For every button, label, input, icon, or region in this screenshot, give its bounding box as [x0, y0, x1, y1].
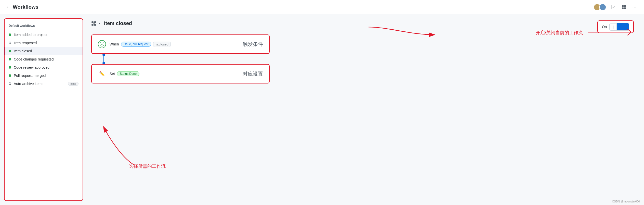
top-header: ← Workflows ⋯ — [0, 0, 644, 14]
sidebar-item-auto-archive[interactable]: Auto-archive items Beta — [5, 80, 83, 88]
svg-rect-3 — [624, 7, 626, 9]
back-button[interactable]: ← — [6, 4, 11, 10]
svg-rect-0 — [622, 5, 624, 7]
sidebar-item-label: Auto-archive items — [14, 82, 65, 86]
arrow-to-toggle — [588, 27, 639, 37]
avatar-group — [594, 4, 606, 11]
when-tag: issue, pull request — [121, 42, 151, 47]
content-area: Item closed When issue, pull request is:… — [83, 14, 644, 205]
sidebar-item-item-added[interactable]: Item added to project — [5, 31, 83, 39]
beta-badge: Beta — [68, 82, 78, 86]
set-label: Set — [110, 72, 115, 76]
when-annotation: 触发条件 — [243, 41, 263, 48]
sidebar-item-item-reopened[interactable]: Item reopened — [5, 39, 83, 47]
status-dot-green — [9, 50, 11, 52]
connector-line — [103, 54, 104, 64]
workflow-header-icon — [91, 21, 101, 26]
status-dot-green — [9, 74, 11, 77]
svg-rect-1 — [624, 5, 626, 7]
more-options-button[interactable]: ⋯ — [631, 4, 638, 10]
chart-icon-button[interactable] — [609, 4, 617, 10]
sidebar: Default workflows Item added to project … — [4, 18, 83, 201]
sidebar-item-label: Code changes requested — [14, 57, 78, 61]
page-title: Workflows — [13, 4, 38, 10]
chart-icon — [611, 5, 615, 9]
set-card-icon: ✏️ — [98, 70, 106, 78]
annotation-open-close: 开启/关闭当前的工作流 — [536, 30, 583, 36]
sidebar-item-pull-request[interactable]: Pull request merged — [5, 71, 83, 80]
set-card: ✏️ Set Status:Done 对应设置 — [91, 64, 270, 83]
layout-icon — [622, 5, 626, 9]
workflow-header: Item closed — [91, 20, 636, 26]
when-card-icon — [98, 40, 106, 48]
header-left: ← Workflows — [6, 4, 38, 10]
sidebar-item-code-review[interactable]: Code review approved — [5, 63, 83, 71]
workflow-cards: When issue, pull request is:closed 触发条件 … — [91, 34, 270, 83]
layout-icon-button[interactable] — [620, 4, 628, 10]
set-tag: Status:Done — [117, 71, 139, 76]
when-card-content: When issue, pull request is:closed — [110, 42, 224, 47]
sidebar-item-label: Code review approved — [14, 65, 78, 69]
status-dot-gray — [9, 82, 11, 85]
status-dot-green — [9, 66, 11, 69]
avatar — [599, 4, 606, 11]
sidebar-item-item-closed[interactable]: Item closed — [5, 47, 83, 55]
annotation-select-workflow: 选择所需的工作流 — [129, 163, 166, 169]
status-dot-gray — [9, 42, 11, 44]
header-right: ⋯ — [594, 4, 638, 11]
sidebar-item-label: Pull request merged — [14, 74, 78, 78]
sidebar-item-label: Item closed — [14, 49, 78, 53]
workflow-sub-icon — [97, 21, 101, 26]
set-card-content: Set Status:Done — [110, 71, 224, 76]
status-dot-green — [9, 58, 11, 61]
sidebar-item-label: Item added to project — [14, 33, 78, 37]
watermark: CSDN @moonstar000 — [612, 200, 640, 203]
when-condition: is:closed — [153, 42, 171, 47]
check-circle-icon — [100, 42, 104, 46]
svg-point-4 — [99, 23, 100, 24]
sidebar-item-code-changes[interactable]: Code changes requested — [5, 55, 83, 63]
workflow-icon — [91, 21, 96, 26]
main-layout: Default workflows Item added to project … — [0, 14, 644, 205]
when-label: When — [110, 42, 119, 46]
sidebar-section-title: Default workflows — [5, 23, 83, 31]
more-icon: ⋯ — [632, 5, 636, 9]
set-annotation: 对应设置 — [243, 70, 263, 77]
status-dot-green — [9, 33, 11, 36]
svg-rect-2 — [622, 7, 624, 9]
workflow-title: Item closed — [104, 20, 132, 26]
when-card: When issue, pull request is:closed 触发条件 — [91, 34, 270, 54]
sidebar-item-label: Item reopened — [14, 41, 78, 45]
